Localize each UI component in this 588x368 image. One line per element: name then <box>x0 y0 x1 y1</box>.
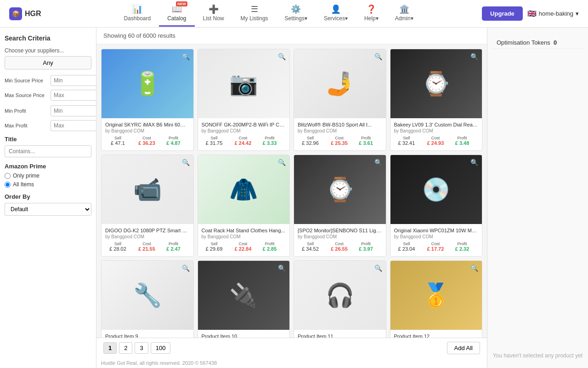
cost-value: £ 24.42 <box>231 140 256 146</box>
pricing-cost-col: Cost £ 26.55 <box>327 242 352 252</box>
product-supplier: by Banggood COM <box>394 234 479 239</box>
sell-value: £ 29.69 <box>202 246 227 252</box>
product-card[interactable]: 🔧 🔍 Product Item 9 by Banggood COM Sell … <box>101 260 194 338</box>
product-search-icon[interactable]: 🔍 <box>278 159 286 166</box>
pricing-sell-col: Sell £ 23.04 <box>394 242 419 252</box>
product-card[interactable]: 🤳 🔍 BlitzWolf® BW-BS10 Sport All I... by… <box>294 49 386 151</box>
max-profit-input[interactable] <box>51 120 96 131</box>
product-search-icon[interactable]: 🔍 <box>374 53 382 60</box>
user-dropdown-icon: ▾ <box>576 10 579 17</box>
footer: Hustle Got Real, all rights reserved. 20… <box>96 358 487 368</box>
product-card[interactable]: 🎧 🔍 Product Item 11 by Banggood COM Sell… <box>294 260 386 338</box>
pricing-cost-col: Cost £ 21.55 <box>134 242 159 252</box>
product-title: Product Item 9 <box>105 334 190 338</box>
profit-value: £ 3.48 <box>452 140 473 146</box>
product-search-icon[interactable]: 🔍 <box>470 53 478 60</box>
pricing-sell-col: Sell £ 34.52 <box>298 242 323 252</box>
nav-item-my-listings[interactable]: ☰ My Listings <box>232 0 277 27</box>
upgrade-button[interactable]: Upgrade <box>482 6 523 21</box>
cost-value: £ 24.93 <box>423 140 448 146</box>
all-items-radio[interactable] <box>5 182 11 188</box>
products-grid: 🔋 🔍 Original SKYRC iMAX B6 Mini 60W ... … <box>101 49 482 338</box>
nav-item-admin[interactable]: 🏛️ Admin▾ <box>387 0 422 27</box>
nav-item-services[interactable]: 👤 Services▾ <box>316 0 356 27</box>
sell-header: Sell <box>105 136 130 140</box>
max-source-price-input[interactable] <box>51 90 96 101</box>
sell-value: £ 47.1 <box>105 140 130 146</box>
page-btn-2[interactable]: 2 <box>119 342 132 354</box>
sell-value: £ 23.04 <box>394 246 419 252</box>
product-card[interactable]: 💿 🔍 Original Xiaomi WPC01ZM 10W MA... by… <box>390 155 483 257</box>
product-search-icon[interactable]: 🔍 <box>374 264 382 272</box>
nav-label-catalog: Catalog <box>167 15 186 22</box>
nav-label-my-listings: My Listings <box>241 15 268 22</box>
cost-header: Cost <box>134 136 159 140</box>
title-filter-label: Title <box>5 136 91 143</box>
nav-item-list-now[interactable]: ➕ List Now <box>195 0 232 27</box>
profit-header: Profit <box>163 242 184 246</box>
services-icon: 👤 <box>331 4 341 14</box>
product-title: Product Item 10 <box>202 334 286 338</box>
only-prime-radio[interactable] <box>5 173 11 179</box>
profit-header: Profit <box>356 136 376 140</box>
logo[interactable]: 📦 HGR <box>9 7 55 20</box>
supplier-button[interactable]: Any <box>5 56 91 69</box>
product-card[interactable]: ⌚ 🔍 Bakeey LV09 1.3' Custom Dial Real-..… <box>390 49 483 151</box>
min-profit-input[interactable] <box>51 105 96 116</box>
product-search-icon[interactable]: 🔍 <box>470 159 478 166</box>
user-info[interactable]: 🇬🇧 home-baking ▾ <box>527 9 579 18</box>
product-search-icon[interactable]: 🔍 <box>278 53 286 60</box>
add-all-button[interactable]: Add All <box>447 342 480 354</box>
sell-value: £ 32.96 <box>298 140 323 146</box>
product-image: 💿 🔍 <box>390 155 482 224</box>
profit-header: Profit <box>452 136 473 140</box>
title-filter-input[interactable] <box>5 145 91 157</box>
product-supplier: by Banggood COM <box>105 128 190 133</box>
cost-header: Cost <box>327 136 352 140</box>
product-image-emoji: 🎧 <box>326 282 354 309</box>
product-title: [SPO2 Monitor]SENBONO S11 Ligh... <box>298 228 382 233</box>
product-search-icon[interactable]: 🔍 <box>470 264 478 272</box>
page-btn-3[interactable]: 3 <box>135 342 148 354</box>
product-search-icon[interactable]: 🔍 <box>374 159 382 166</box>
page-btn-100[interactable]: 100 <box>151 342 171 354</box>
pricing-profit-col: Profit £ 2.47 <box>163 242 184 252</box>
product-search-icon[interactable]: 🔍 <box>182 159 190 166</box>
product-card[interactable]: 📷 🔍 SONOFF GK-200MP2-B WiFi IP Ca... by … <box>198 49 290 151</box>
nav-item-settings[interactable]: ⚙️ Settings▾ <box>277 0 316 27</box>
product-search-icon[interactable]: 🔍 <box>182 264 190 272</box>
max-source-price-row: Max Source Price <box>5 90 91 101</box>
profit-value: £ 3.33 <box>260 140 280 146</box>
min-source-price-input[interactable] <box>51 75 96 86</box>
product-image-emoji: 🔋 <box>133 70 162 97</box>
product-info: SONOFF GK-200MP2-B WiFi IP Ca... by Bang… <box>198 118 290 150</box>
product-info: Original SKYRC iMAX B6 Mini 60W ... by B… <box>102 118 193 150</box>
pricing-cost-col: Cost £ 17.72 <box>423 242 448 252</box>
order-by-select[interactable]: Default Price Low to High Price High to … <box>5 203 91 216</box>
profit-header: Profit <box>260 242 280 246</box>
nav-item-catalog[interactable]: 📖NEW Catalog <box>159 0 194 27</box>
cost-header: Cost <box>423 136 448 140</box>
product-search-icon[interactable]: 🔍 <box>182 53 190 60</box>
nav-item-dashboard[interactable]: 📊 Dashboard <box>115 0 159 27</box>
product-card[interactable]: 🥇 🔍 Product Item 12 by Banggood COM Sell… <box>390 260 483 338</box>
all-items-label: All Items <box>13 181 34 188</box>
pricing-sell-col: Sell £ 32.96 <box>298 136 323 146</box>
page-btn-1[interactable]: 1 <box>103 342 117 354</box>
cost-header: Cost <box>134 242 159 246</box>
product-image-emoji: 📹 <box>133 176 162 203</box>
product-card[interactable]: 🔌 🔍 Product Item 10 by Banggood COM Sell… <box>198 260 290 338</box>
product-search-icon[interactable]: 🔍 <box>278 264 286 272</box>
product-card[interactable]: 📹 🔍 DIGOO DG-K2 1080P PTZ Smart Ho... by… <box>101 155 194 257</box>
nav-item-help[interactable]: ❓ Help▾ <box>356 0 387 27</box>
product-card[interactable]: 🧥 🔍 Coat Rack Hat Stand Clothes Hang... … <box>198 155 290 257</box>
product-card[interactable]: 🔋 🔍 Original SKYRC iMAX B6 Mini 60W ... … <box>101 49 194 151</box>
profit-value: £ 2.32 <box>452 246 473 252</box>
product-supplier: by Banggood COM <box>298 128 382 133</box>
settings-icon: ⚙️ <box>291 4 301 14</box>
product-card[interactable]: ⌚ 🔍 [SPO2 Monitor]SENBONO S11 Ligh... by… <box>294 155 386 257</box>
profit-value: £ 4.87 <box>163 140 184 146</box>
pricing-profit-col: Profit £ 2.85 <box>260 242 280 252</box>
product-supplier: by Banggood COM <box>202 234 286 239</box>
nav-label-list-now: List Now <box>203 15 224 22</box>
